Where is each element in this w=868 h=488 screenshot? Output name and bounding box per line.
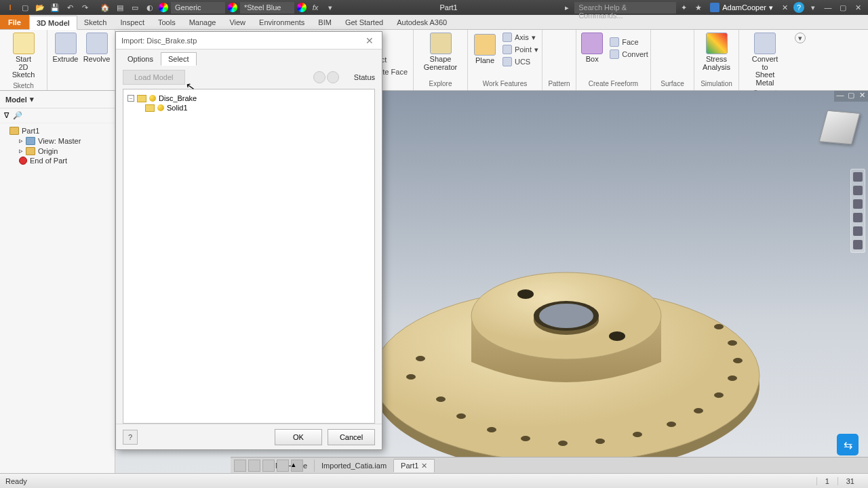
eop-icon [19,157,27,165]
appearance-dropdown[interactable]: Generic [171,2,225,14]
freeform-convert-button[interactable]: Convert [610,48,648,60]
helpdrop-icon[interactable]: ▾ [807,1,819,14]
tab-bim[interactable]: BIM [311,15,338,29]
shape-generator-button[interactable]: Shape Generator [422,31,459,73]
user-menu[interactable]: AdamCooper▾ [710,3,773,12]
sub-close-button[interactable]: ✕ [857,91,867,102]
dialog-tab-options[interactable]: Options [120,52,161,66]
viewcube[interactable] [819,110,861,145]
freeform-box-button[interactable]: Box [578,31,606,65]
load-model-button[interactable]: Load Model [123,70,185,85]
browser-dropdown-icon[interactable]: ▾ [30,95,34,104]
find-icon[interactable]: 🔎 [13,111,22,120]
new-icon[interactable]: ▢ [19,1,31,14]
tree-view[interactable]: ▹View: Master [4,136,111,146]
file-tab[interactable]: File [0,15,29,29]
help-icon[interactable]: ? [793,2,804,13]
extrude-button[interactable]: Extrude [51,31,81,65]
appearance-swatch-icon[interactable] [159,3,168,12]
dialog-tree[interactable]: – Disc_Brake Solid1 [123,89,375,424]
plane-button[interactable]: Plane [471,33,498,66]
tab-getstarted[interactable]: Get Started [338,15,390,29]
status-bar: Ready 1 31 [0,473,868,488]
select-icon[interactable]: ▭ [129,1,141,14]
nav-lookat-icon[interactable] [853,226,863,236]
view-uparrow-icon[interactable]: ▴ [291,460,303,472]
next-icon[interactable] [327,71,339,83]
convert-sheetmetal-button[interactable]: Convert to Sheet Metal [747,31,783,88]
svg-point-23 [609,331,625,341]
doctab-close-icon[interactable]: ✕ [421,462,427,470]
tree-part[interactable]: Part1 [4,126,111,136]
dialog-cancel-button[interactable]: Cancel [328,429,375,445]
app-menu-icon[interactable]: I [4,1,16,14]
ucs-icon [502,57,512,66]
browser-header[interactable]: Model [5,96,27,104]
view-layout3-icon[interactable] [262,460,275,472]
tree-eop[interactable]: End of Part [4,156,111,165]
dialog-tree-child[interactable]: Solid1 [127,103,370,113]
material-swatch-icon[interactable] [228,3,237,12]
point-button[interactable]: Point▾ [502,43,538,56]
view-layout2-icon[interactable] [248,460,260,472]
svg-point-16 [406,374,416,380]
material-dropdown[interactable]: *Steel Blue [240,2,294,14]
nav-orbit-icon[interactable] [853,186,863,195]
tree-origin[interactable]: ▹Origin [4,146,111,156]
search-input[interactable]: Search Help & Commands... [574,2,676,14]
team-icon[interactable]: ▤ [114,1,126,14]
svg-point-10 [694,408,703,413]
start-2d-sketch-button[interactable]: Start 2D Sketch [5,31,42,81]
home-icon[interactable]: 🏠 [99,1,111,14]
favorite-icon[interactable]: ★ [692,1,705,14]
nav-more-icon[interactable] [853,240,863,249]
doctab-imported[interactable]: Imported_Catia.iam [315,460,394,472]
nav-pan-icon[interactable] [853,199,863,209]
filter-icon[interactable]: ∇ [4,111,9,120]
close-button[interactable]: ✕ [852,3,863,12]
view-layout1-icon[interactable] [234,460,246,472]
redo-icon[interactable]: ↷ [79,1,91,14]
tab-environments[interactable]: Environments [252,15,311,29]
maximize-button[interactable]: ▢ [837,3,848,12]
color-theme-icon[interactable] [297,3,307,12]
search-caret-icon[interactable]: ▸ [561,1,573,14]
stress-analysis-button[interactable]: Stress Analysis [698,31,735,73]
a360-share-button[interactable]: ⇆ [837,434,859,455]
tab-tools[interactable]: Tools [151,15,182,29]
sub-minimize-button[interactable]: — [835,91,845,102]
undo-icon[interactable]: ↶ [64,1,76,14]
tab-inspect[interactable]: Inspect [114,15,151,29]
doctab-part1[interactable]: Part1✕ [394,459,435,472]
tab-3dmodel[interactable]: 3D Model [29,16,77,30]
dialog-tab-select[interactable]: Select [161,52,197,66]
fx-icon[interactable]: fx [309,1,321,14]
dialog-ok-button[interactable]: OK [275,429,322,445]
tab-manage[interactable]: Manage [182,15,223,29]
nav-home-icon[interactable] [853,172,863,182]
ribbon-collapse-icon[interactable]: ▾ [795,33,806,43]
revolve-button[interactable]: Revolve [82,31,112,65]
collapse-icon[interactable]: – [127,95,134,102]
dialog-close-button[interactable]: ✕ [363,35,376,46]
nav-zoom-icon[interactable] [853,213,863,222]
signin-star-icon[interactable]: ✦ [677,1,690,14]
dialog-tree-root[interactable]: – Disc_Brake [127,94,370,103]
sub-maximize-button[interactable]: ▢ [846,91,856,102]
exchange-icon[interactable]: ✕ [778,1,791,14]
tab-sketch[interactable]: Sketch [77,15,114,29]
qatdrop-icon[interactable]: ▾ [324,1,336,14]
minimize-button[interactable]: — [823,3,833,12]
axis-button[interactable]: Axis▾ [502,31,538,43]
dialog-help-button[interactable]: ? [123,430,138,445]
ucs-button[interactable]: UCS [502,56,538,68]
tab-a360[interactable]: Autodesk A360 [390,15,454,29]
prev-icon[interactable] [313,71,326,83]
save-icon[interactable]: 💾 [49,1,61,14]
tab-view[interactable]: View [222,15,252,29]
open-icon[interactable]: 📂 [34,1,46,14]
material-icon[interactable]: ◐ [144,1,156,14]
freeform-face-button[interactable]: Face [610,36,648,48]
svg-point-8 [633,432,642,437]
view-layout4-icon[interactable] [277,460,289,472]
